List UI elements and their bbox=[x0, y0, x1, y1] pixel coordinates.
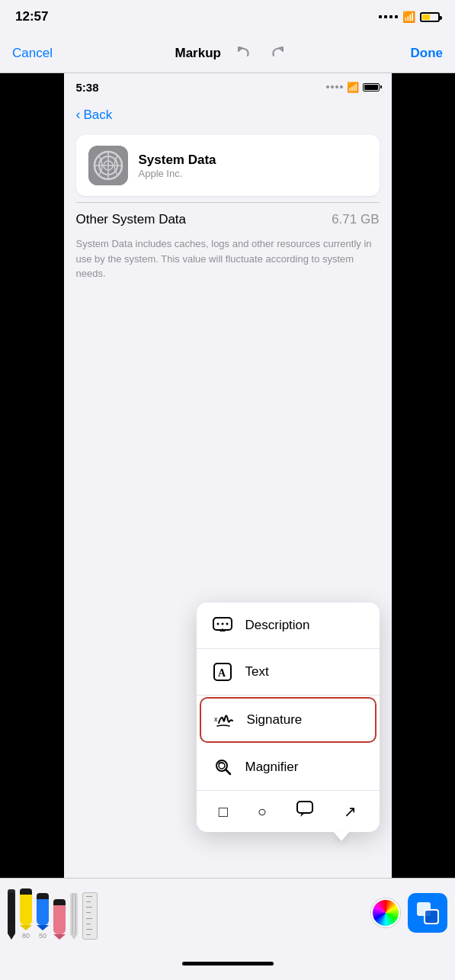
redo-button[interactable] bbox=[267, 43, 288, 64]
pencil-tool[interactable] bbox=[70, 886, 78, 940]
inner-time: 5:38 bbox=[76, 81, 99, 94]
battery-icon bbox=[420, 12, 440, 22]
description-icon bbox=[210, 613, 235, 638]
app-name: System Data bbox=[139, 153, 216, 168]
status-time: 12:57 bbox=[15, 9, 48, 24]
color-picker-button[interactable] bbox=[371, 898, 400, 927]
back-button[interactable]: ‹ Back bbox=[76, 107, 380, 123]
popup-item-description[interactable]: Description bbox=[197, 602, 380, 649]
text-icon: A bbox=[210, 660, 235, 684]
yellow-marker-tool[interactable]: 80 bbox=[20, 886, 32, 940]
popup-menu: Description A Text x bbox=[197, 602, 380, 832]
undo-button[interactable] bbox=[233, 43, 255, 64]
pink-marker-tool[interactable] bbox=[53, 886, 66, 940]
popup-text-label: Text bbox=[245, 664, 269, 680]
drawing-tools-bar: 80 50 bbox=[0, 878, 455, 946]
markup-toolbar: Cancel Markup Done bbox=[0, 34, 455, 73]
svg-text:A: A bbox=[218, 667, 226, 679]
svg-point-8 bbox=[221, 623, 223, 625]
svg-line-15 bbox=[226, 770, 230, 774]
back-chevron-icon: ‹ bbox=[76, 107, 81, 123]
storage-label: Other System Data bbox=[76, 212, 187, 227]
popup-item-magnifier[interactable]: Magnifier bbox=[197, 744, 380, 791]
popup-item-text[interactable]: A Text bbox=[197, 649, 380, 696]
magnifier-icon bbox=[210, 755, 235, 779]
home-indicator bbox=[182, 962, 274, 966]
yellow-marker-label: 80 bbox=[22, 932, 30, 940]
app-info: System Data Apple Inc. bbox=[139, 153, 216, 179]
back-label: Back bbox=[84, 108, 113, 123]
tools-right bbox=[371, 893, 447, 933]
popup-signature-label: Signature bbox=[247, 712, 303, 728]
popup-description-label: Description bbox=[245, 618, 310, 633]
inner-icons: 📶 bbox=[326, 82, 380, 93]
right-panel bbox=[392, 73, 456, 878]
app-card: System Data Apple Inc. bbox=[76, 135, 380, 196]
toolbar-title: Markup bbox=[175, 46, 220, 61]
signal-icon bbox=[379, 15, 398, 18]
status-bar: 12:57 📶 bbox=[0, 0, 455, 34]
popup-magnifier-label: Magnifier bbox=[245, 760, 299, 775]
svg-point-14 bbox=[219, 763, 225, 769]
shape-arrow-icon[interactable]: ↗ bbox=[344, 802, 357, 821]
inner-status-bar: 5:38 📶 bbox=[64, 73, 392, 101]
status-icons: 📶 bbox=[379, 11, 440, 23]
svg-rect-20 bbox=[425, 910, 438, 924]
bottom-bar bbox=[0, 946, 455, 980]
ruler-tool[interactable] bbox=[82, 886, 98, 940]
svg-point-7 bbox=[216, 623, 219, 625]
storage-value: 6.71 GB bbox=[332, 212, 379, 227]
svg-rect-16 bbox=[297, 802, 312, 813]
main-content: 5:38 📶 ‹ Back bbox=[0, 73, 455, 878]
svg-point-9 bbox=[226, 623, 228, 625]
storage-description: System Data includes caches, logs and ot… bbox=[76, 236, 380, 281]
cancel-button[interactable]: Cancel bbox=[12, 46, 53, 61]
shape-chat-icon[interactable] bbox=[296, 800, 314, 823]
blue-marker-label: 50 bbox=[39, 932, 46, 940]
extra-tool-button[interactable] bbox=[408, 893, 447, 933]
back-navigation: ‹ Back bbox=[64, 101, 392, 129]
left-panel bbox=[0, 73, 64, 878]
shape-circle-icon[interactable]: ○ bbox=[258, 803, 267, 821]
done-button[interactable]: Done bbox=[410, 46, 443, 61]
app-developer: Apple Inc. bbox=[139, 168, 216, 179]
shape-square-icon[interactable]: □ bbox=[219, 803, 228, 821]
popup-tail bbox=[334, 832, 349, 841]
popup-item-signature[interactable]: x Signature bbox=[200, 697, 376, 743]
inner-wifi-icon: 📶 bbox=[347, 82, 359, 93]
storage-row: Other System Data 6.71 GB bbox=[76, 202, 380, 236]
phone-screen: 5:38 📶 ‹ Back bbox=[64, 73, 392, 878]
blue-marker-tool[interactable]: 50 bbox=[37, 886, 49, 940]
tools-left: 80 50 bbox=[8, 886, 371, 940]
signature-icon: x bbox=[212, 708, 236, 732]
toolbar-center: Markup bbox=[175, 43, 287, 64]
svg-text:x: x bbox=[214, 715, 218, 723]
wifi-icon: 📶 bbox=[402, 11, 415, 23]
popup-shapes-row: □ ○ ↗ bbox=[197, 791, 380, 832]
pen-tool[interactable] bbox=[8, 886, 15, 940]
app-icon bbox=[88, 146, 128, 185]
